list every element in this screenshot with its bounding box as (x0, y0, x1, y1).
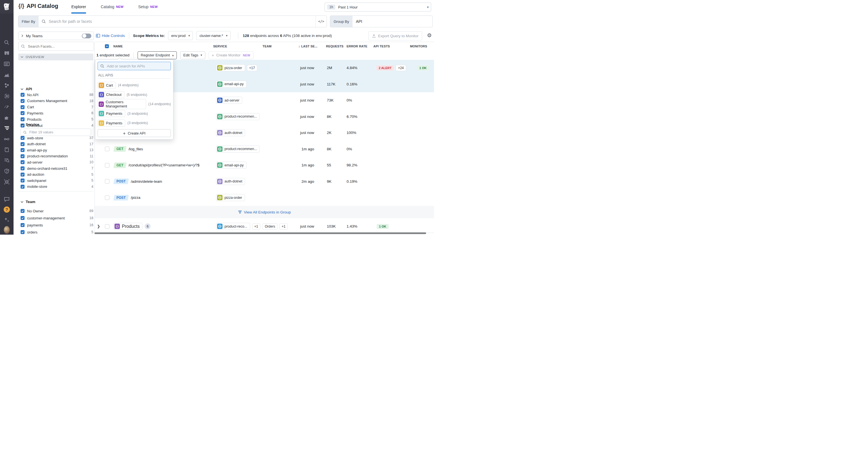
notebook-icon[interactable] (4, 147, 10, 153)
scope-filter-cluster[interactable]: cluster-name:*▾ (196, 31, 230, 40)
facet-item-mobile-store[interactable]: mobile-store4 (21, 184, 93, 189)
checked-checkbox[interactable] (21, 142, 25, 146)
checked-checkbox[interactable] (21, 185, 25, 189)
service-chip[interactable]: auth-dotnet (216, 178, 245, 185)
table-row[interactable]: GET/log_filesproduct-recommen...1m ago8K… (95, 141, 434, 158)
endpoint-path[interactable]: /conduit/api/profiles/(?P<username>\w+)/… (129, 163, 200, 167)
avatar-icon[interactable] (4, 227, 10, 233)
checked-checkbox[interactable] (21, 209, 25, 213)
facet-item-auth-dotnet[interactable]: auth-dotnet17 (21, 141, 93, 147)
facet-item-payments[interactable]: Payments6 (21, 110, 93, 116)
checked-checkbox[interactable] (21, 154, 25, 158)
api-tests-extra-pill[interactable]: +24 (396, 65, 406, 71)
service-chip[interactable]: email-api-py (216, 81, 246, 88)
hide-controls-link[interactable]: Hide Controls (96, 34, 125, 38)
service-chip[interactable]: pizza-order (216, 194, 245, 201)
watchdog-binoculars-icon[interactable] (4, 50, 10, 56)
infrastructure-hexagons-icon[interactable] (4, 82, 10, 89)
checked-checkbox[interactable] (21, 136, 25, 140)
create-api-button[interactable]: + Create API (98, 129, 171, 137)
facet-item-cart[interactable]: Cart7 (21, 104, 93, 110)
api-tests-alert-badge[interactable]: 2 ALERT (376, 65, 394, 70)
facet-group-service[interactable]: Service (21, 122, 39, 127)
monitors-ok-badge[interactable]: 1 OK (417, 65, 429, 70)
column-header-monitors[interactable]: MONITORS (410, 42, 427, 51)
checked-checkbox[interactable] (21, 160, 25, 164)
checked-checkbox[interactable] (21, 166, 25, 170)
sparkles-icon[interactable] (4, 217, 10, 223)
service-chip[interactable]: pizza-order (216, 64, 245, 71)
column-header-name[interactable]: NAME (113, 42, 123, 51)
register-endpoint-button[interactable]: Register Endpoint▴ (137, 51, 177, 59)
row-checkbox[interactable] (105, 163, 110, 167)
scope-filter-env[interactable]: env:prod▾ (168, 31, 193, 40)
column-header-api-tests[interactable]: API TESTS (373, 42, 390, 51)
api-catalog-filter-icon[interactable] (4, 125, 10, 131)
facet-item-no-api[interactable]: No API88 (21, 92, 93, 98)
chat-icon[interactable] (4, 196, 10, 202)
facet-item-ad-auction[interactable]: ad-auction5 (21, 172, 93, 177)
my-teams-toggle-row[interactable]: My Teams (18, 32, 94, 40)
api-tests-ok-badge[interactable]: 1 OK (377, 224, 389, 229)
row-checkbox[interactable] (105, 179, 110, 184)
settings-gear-icon[interactable]: ⚙ (427, 32, 432, 39)
column-header-last-seen[interactable]: ↓LAST SE... (298, 42, 317, 51)
column-header-error-rate[interactable]: ERROR RATE (347, 42, 367, 51)
endpoint-path[interactable]: /admin/delete-team (131, 179, 162, 184)
checked-checkbox[interactable] (21, 117, 25, 121)
api-option-cart[interactable]: {}Cart(4 endpoints) (98, 81, 171, 89)
time-range-select[interactable]: 1h Past 1 Hour ▾ (324, 3, 431, 11)
facet-item-switchpanel[interactable]: switchpanel5 (21, 178, 93, 183)
view-all-endpoints-link[interactable]: View All Endpoints in Group (238, 210, 291, 214)
help-icon[interactable]: ? (4, 207, 10, 213)
service-links-icon[interactable] (4, 136, 10, 142)
facet-item-customer-management[interactable]: customer-management18 (21, 215, 93, 221)
service-chip[interactable]: product-recommen... (216, 146, 260, 153)
endpoint-path[interactable]: /log_files (129, 147, 143, 151)
group-row-checkbox[interactable] (105, 218, 110, 233)
checked-checkbox[interactable] (21, 105, 25, 109)
team-pill[interactable]: Orders (262, 223, 278, 229)
log-search-icon[interactable] (4, 157, 10, 163)
my-teams-switch[interactable] (82, 34, 91, 38)
export-query-button[interactable]: Export Query to Monitor (368, 31, 422, 40)
facet-filter-input[interactable] (29, 130, 89, 134)
edit-tags-button[interactable]: Edit Tags▾ (180, 51, 205, 59)
facet-item-payments[interactable]: payments16 (21, 222, 93, 228)
monitors-gauge-icon[interactable] (4, 104, 10, 110)
row-checkbox[interactable] (105, 195, 110, 200)
metrics-chart-icon[interactable] (4, 72, 10, 78)
table-row[interactable]: POST/admin/delete-teamauth-dotnet2m ago9… (95, 174, 434, 190)
service-chip[interactable]: product-recommen... (216, 113, 260, 120)
facet-item-orders[interactable]: orders5 (21, 229, 93, 234)
service-chip[interactable]: email-api-py (216, 162, 246, 169)
apm-target-icon[interactable] (4, 93, 10, 99)
column-header-requests[interactable]: REQUESTS (326, 42, 343, 51)
expand-group-icon[interactable]: ❯ (97, 218, 100, 233)
search-icon[interactable] (4, 39, 10, 46)
api-option-checkout[interactable]: {}Checkout(5 endpoints) (98, 91, 171, 99)
dashboards-icon[interactable] (4, 61, 10, 67)
service-chip[interactable]: product-reco... (216, 223, 250, 230)
row-checkbox[interactable] (105, 147, 110, 151)
service-chip[interactable]: auth-dotnet (216, 129, 245, 136)
overview-section-header[interactable]: OVERVIEW (18, 54, 93, 60)
table-row[interactable]: GET/conduit/api/profiles/(?P<username>\w… (95, 157, 434, 174)
group-by-control[interactable]: Group By API ✕ ▾ (330, 15, 433, 27)
facet-item-web-store[interactable]: web-store37 (21, 135, 93, 141)
api-group-chip[interactable]: {} Products (113, 223, 143, 230)
security-shield-icon[interactable] (4, 168, 10, 174)
checked-checkbox[interactable] (21, 216, 25, 220)
api-option-customers-management[interactable]: {}Customers Management(14 endpoints) (98, 100, 171, 108)
table-row[interactable]: POST/pizzapizza-order (95, 189, 434, 206)
facet-item-no-owner[interactable]: No Owner89 (21, 208, 93, 214)
raw-query-toggle[interactable]: </> (315, 16, 327, 27)
create-monitor-button[interactable]: + Create Monitor NEW (209, 51, 253, 59)
facet-item-customers-management[interactable]: Customers Management18 (21, 98, 93, 104)
checked-checkbox[interactable] (21, 148, 25, 152)
facet-item-ad-server[interactable]: ad-server10 (21, 159, 93, 165)
api-search-input[interactable] (106, 64, 168, 68)
service-extra-pill[interactable]: +1 (252, 223, 260, 229)
facet-item-demo-orchard-netcore31[interactable]: demo-orchard-netcore317 (21, 165, 93, 171)
checked-checkbox[interactable] (21, 223, 25, 227)
